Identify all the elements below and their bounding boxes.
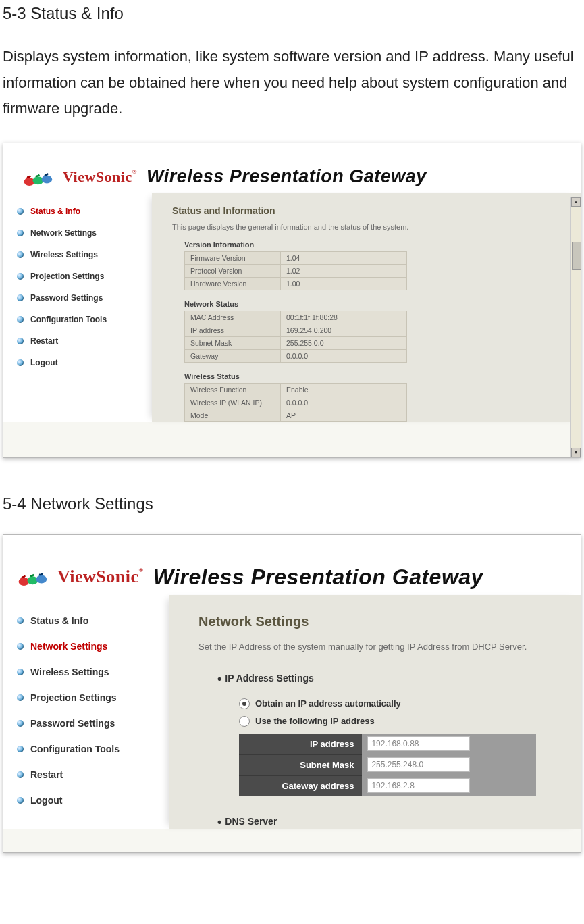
page-description: Set the IP Address of the system manuall…: [198, 642, 567, 652]
sidebar: Status & Info Network Settings Wireless …: [3, 193, 152, 422]
cell-value: AP: [281, 409, 407, 421]
sidebar-item-configuration-tools[interactable]: Configuration Tools: [17, 315, 152, 324]
cell-key: IP address: [185, 324, 281, 336]
bullet-icon: [17, 746, 24, 752]
sidebar-item-projection-settings[interactable]: Projection Settings: [17, 692, 169, 703]
content-panel: Status and Information This page display…: [152, 193, 581, 422]
ip-address-input[interactable]: [367, 736, 470, 751]
scroll-thumb[interactable]: [572, 242, 581, 270]
scroll-up-icon[interactable]: ▴: [571, 197, 581, 207]
sidebar-item-restart[interactable]: Restart: [17, 769, 169, 780]
sidebar-item-label: Network Settings: [30, 228, 97, 238]
viewsonic-birds-icon: [22, 166, 57, 188]
sidebar-item-wireless-settings[interactable]: Wireless Settings: [17, 250, 152, 259]
bullet-icon: [17, 359, 24, 366]
sidebar-item-label: Restart: [30, 336, 58, 346]
page-title: Network Settings: [198, 614, 567, 630]
radio-label: Obtain an IP address automatically: [255, 698, 401, 709]
table-row: MAC Address00:1f:1f:1f:80:28: [185, 311, 407, 324]
radio-obtain-ip-auto[interactable]: Obtain an IP address automatically: [239, 698, 567, 709]
subnet-mask-input[interactable]: [367, 757, 470, 772]
svg-point-5: [36, 575, 47, 584]
sidebar-item-status-info[interactable]: Status & Info: [17, 615, 169, 626]
doc-paragraph-1: Displays system information, like system…: [3, 44, 581, 122]
table-row: Wireless IP (WLAN IP)0.0.0.0: [185, 396, 407, 409]
cell-key: Subnet Mask: [185, 336, 281, 349]
cell-key: Wireless IP (WLAN IP): [185, 396, 281, 409]
sidebar-item-network-settings[interactable]: Network Settings: [17, 641, 169, 652]
field-label-gateway: Gateway address: [239, 775, 362, 796]
cell-key: Mode: [185, 409, 281, 421]
sidebar-item-label: Projection Settings: [30, 272, 104, 281]
sidebar-item-wireless-settings[interactable]: Wireless Settings: [17, 667, 169, 677]
svg-point-0: [24, 178, 35, 186]
bullet-icon: [17, 643, 24, 650]
cell-key: Hardware Version: [185, 277, 281, 290]
sidebar-item-network-settings[interactable]: Network Settings: [17, 228, 152, 238]
bullet-icon: [17, 669, 24, 675]
version-table: Firmware Version1.04 Protocol Version1.0…: [184, 251, 407, 290]
bullet-icon: [17, 617, 24, 624]
radio-use-following-ip[interactable]: Use the following IP address: [239, 716, 567, 727]
brand-header: ViewSonic® Wireless Presentation Gateway: [3, 143, 581, 193]
bullet-icon: [17, 230, 24, 236]
brand-reg-icon: ®: [139, 567, 144, 573]
brand-name: ViewSonic®: [57, 567, 144, 587]
network-table: MAC Address00:1f:1f:1f:80:28 IP address1…: [184, 311, 407, 363]
sidebar-item-status-info[interactable]: Status & Info: [17, 207, 152, 216]
table-row: IP address169.254.0.200: [185, 324, 407, 336]
bullet-icon: [17, 251, 24, 258]
screenshot-status-info: ViewSonic® Wireless Presentation Gateway…: [3, 143, 581, 458]
sidebar-item-label: Network Settings: [30, 641, 107, 652]
sidebar-item-restart[interactable]: Restart: [17, 336, 152, 346]
sidebar-item-label: Password Settings: [30, 293, 103, 303]
radio-label: Use the following IP address: [255, 716, 375, 726]
cell-key: Gateway: [185, 349, 281, 362]
scrollbar[interactable]: ▴ ▾: [570, 197, 581, 457]
screenshot-network-settings: ViewSonic® Wireless Presentation Gateway…: [3, 534, 581, 853]
sidebar: Status & Info Network Settings Wireless …: [3, 595, 169, 829]
table-row: ModeAP: [185, 409, 407, 421]
cell-value: Enable: [281, 383, 407, 396]
sidebar-item-label: Projection Settings: [30, 692, 117, 703]
cell-key: Protocol Version: [185, 264, 281, 277]
sidebar-item-configuration-tools[interactable]: Configuration Tools: [17, 744, 169, 754]
table-row: Firmware Version1.04: [185, 251, 407, 264]
section-wireless-heading: Wireless Status: [184, 372, 566, 380]
bullet-icon: [17, 694, 24, 701]
sidebar-item-password-settings[interactable]: Password Settings: [17, 718, 169, 729]
section-ip-heading: IP Address Settings: [217, 672, 567, 686]
table-row: Gateway address: [239, 775, 536, 796]
radio-icon: [239, 716, 250, 727]
scroll-down-icon[interactable]: ▾: [571, 448, 581, 457]
sidebar-item-logout[interactable]: Logout: [17, 795, 169, 806]
cell-value: 00:1f:1f:1f:80:28: [281, 311, 407, 324]
cell-value: 0.0.0.0: [281, 396, 407, 409]
section-network-heading: Network Status: [184, 300, 566, 308]
sidebar-item-label: Restart: [30, 769, 63, 780]
sidebar-item-label: Configuration Tools: [30, 315, 107, 324]
sidebar-item-logout[interactable]: Logout: [17, 358, 152, 367]
svg-point-2: [42, 175, 53, 183]
table-row: Hardware Version1.00: [185, 277, 407, 290]
brand-header: ViewSonic® Wireless Presentation Gateway: [3, 535, 581, 595]
gateway-address-input[interactable]: [367, 778, 470, 793]
cell-value: 1.04: [281, 251, 407, 264]
page-description: This page displays the general informati…: [172, 223, 566, 231]
bullet-icon: [17, 771, 24, 778]
section-version-heading: Version Information: [184, 240, 566, 249]
sidebar-item-password-settings[interactable]: Password Settings: [17, 293, 152, 303]
cell-key: MAC Address: [185, 311, 281, 324]
cell-value: 1.02: [281, 264, 407, 277]
table-row: Wireless FunctionEnable: [185, 383, 407, 396]
field-label-ip: IP address: [239, 734, 362, 754]
section-dns-heading: DNS Server: [217, 815, 567, 829]
sidebar-item-projection-settings[interactable]: Projection Settings: [17, 272, 152, 281]
bullet-icon: [17, 338, 24, 344]
bullet-icon: [17, 720, 24, 727]
sidebar-item-label: Status & Info: [30, 615, 88, 626]
sidebar-item-label: Status & Info: [30, 207, 80, 216]
table-row: Subnet Mask: [239, 754, 536, 775]
content-panel: Network Settings Set the IP Address of t…: [169, 595, 581, 829]
ip-form-table: IP address Subnet Mask Gateway address: [239, 734, 536, 796]
